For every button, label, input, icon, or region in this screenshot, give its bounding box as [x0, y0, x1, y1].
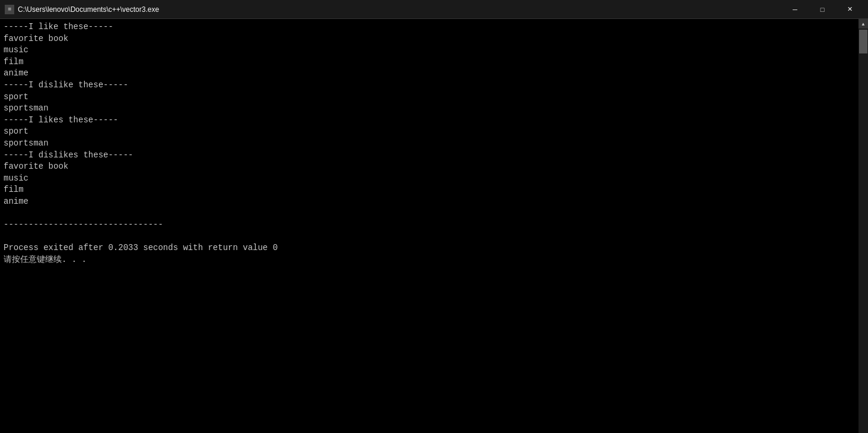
- scroll-thumb[interactable]: [859, 30, 867, 53]
- titlebar-controls: ─ □ ✕: [781, 0, 863, 19]
- minimize-button[interactable]: ─: [781, 0, 809, 19]
- titlebar: ■ C:\Users\lenovo\Documents\c++\vector3.…: [0, 0, 868, 19]
- scrollbar[interactable]: ▲: [859, 19, 868, 433]
- maximize-button[interactable]: □: [809, 0, 836, 19]
- close-button[interactable]: ✕: [836, 0, 863, 19]
- window: ■ C:\Users\lenovo\Documents\c++\vector3.…: [0, 0, 868, 433]
- content-area: -----I like these----- favorite book mus…: [0, 19, 868, 433]
- titlebar-left: ■ C:\Users\lenovo\Documents\c++\vector3.…: [5, 5, 159, 14]
- app-icon: ■: [5, 5, 14, 14]
- scroll-up-arrow[interactable]: ▲: [859, 19, 868, 29]
- window-title: C:\Users\lenovo\Documents\c++\vector3.ex…: [18, 5, 159, 14]
- terminal-output[interactable]: -----I like these----- favorite book mus…: [0, 19, 859, 433]
